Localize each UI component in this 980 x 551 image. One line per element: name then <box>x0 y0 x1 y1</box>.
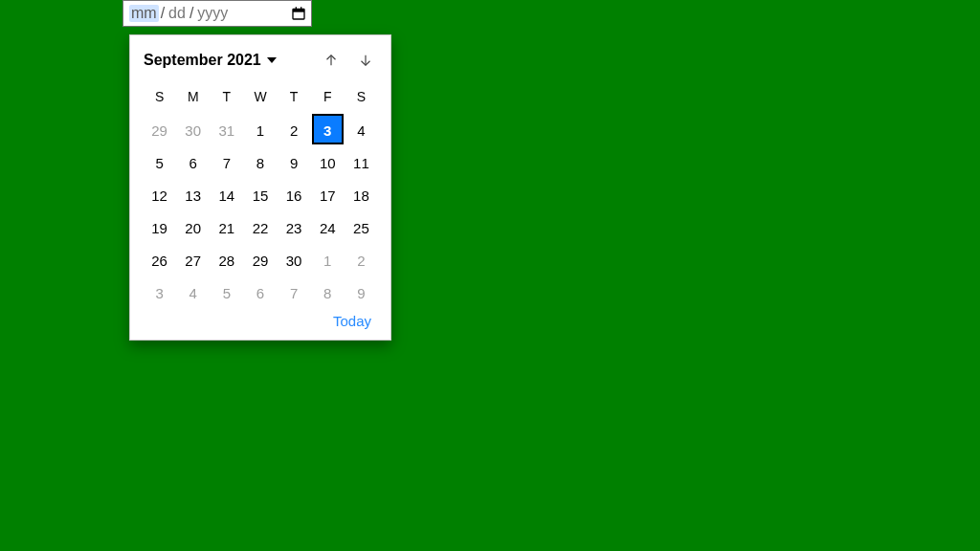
calendar-day[interactable]: 6 <box>177 146 209 177</box>
month-year-selector[interactable]: September 2021 <box>144 52 277 69</box>
calendar-day[interactable]: 27 <box>177 244 209 275</box>
svg-rect-1 <box>293 9 304 11</box>
calendar-day[interactable]: 31 <box>211 114 242 144</box>
calendar-day[interactable]: 20 <box>177 211 209 242</box>
calendar-day[interactable]: 29 <box>244 244 276 275</box>
calendar-day[interactable]: 7 <box>278 276 310 307</box>
calendar-day[interactable]: 11 <box>345 146 377 177</box>
date-input-segments: mm / dd / yyyy <box>129 5 230 22</box>
calendar-day[interactable]: 30 <box>177 114 209 144</box>
calendar-day[interactable]: 8 <box>244 146 276 177</box>
date-input[interactable]: mm / dd / yyyy <box>122 0 312 27</box>
weekday-header: T <box>211 83 242 112</box>
calendar-day[interactable]: 9 <box>278 146 310 177</box>
calendar-day[interactable]: 19 <box>144 211 175 242</box>
calendar-day[interactable]: 23 <box>278 211 310 242</box>
calendar-icon[interactable] <box>290 5 307 22</box>
calendar-day[interactable]: 17 <box>312 179 344 209</box>
calendar-day[interactable]: 4 <box>345 114 377 144</box>
calendar-day[interactable]: 3 <box>144 276 175 307</box>
weekday-header: S <box>144 83 175 112</box>
next-month-button[interactable] <box>354 49 377 72</box>
calendar-day[interactable]: 29 <box>144 114 175 144</box>
calendar-grid: SMTWTFS293031123456789101112131415161718… <box>144 83 377 307</box>
calendar-day[interactable]: 9 <box>345 276 377 307</box>
calendar-day[interactable]: 26 <box>144 244 175 275</box>
calendar-day[interactable]: 24 <box>312 211 344 242</box>
date-picker-footer: Today <box>144 313 377 330</box>
chevron-down-icon <box>267 57 277 63</box>
today-link[interactable]: Today <box>333 313 371 329</box>
arrow-down-icon <box>357 52 374 69</box>
calendar-day[interactable]: 16 <box>278 179 310 209</box>
calendar-day[interactable]: 15 <box>244 179 276 209</box>
calendar-day[interactable]: 4 <box>177 276 209 307</box>
calendar-day[interactable]: 13 <box>177 179 209 209</box>
calendar-day[interactable]: 14 <box>211 179 242 209</box>
calendar-day[interactable]: 8 <box>312 276 344 307</box>
month-nav <box>320 49 377 72</box>
weekday-header: F <box>312 83 344 112</box>
calendar-day[interactable]: 1 <box>312 244 344 275</box>
arrow-up-icon <box>323 52 340 69</box>
weekday-header: M <box>177 83 209 112</box>
calendar-day[interactable]: 18 <box>345 179 377 209</box>
prev-month-button[interactable] <box>320 49 343 72</box>
month-year-label: September 2021 <box>144 52 261 69</box>
calendar-day[interactable]: 5 <box>144 146 175 177</box>
date-input-year-segment[interactable]: yyyy <box>195 5 230 22</box>
weekday-header: S <box>345 83 377 112</box>
date-separator: / <box>159 5 167 22</box>
date-input-day-segment[interactable]: dd <box>167 5 188 22</box>
calendar-day[interactable]: 2 <box>345 244 377 275</box>
calendar-day[interactable]: 22 <box>244 211 276 242</box>
calendar-day[interactable]: 25 <box>345 211 377 242</box>
calendar-day[interactable]: 2 <box>278 114 310 144</box>
date-picker-popup: September 2021 SMTWTFS293031123456789101… <box>129 34 391 341</box>
weekday-header: W <box>244 83 276 112</box>
calendar-day[interactable]: 10 <box>312 146 344 177</box>
calendar-day[interactable]: 3 <box>312 114 344 144</box>
calendar-day[interactable]: 30 <box>278 244 310 275</box>
calendar-day[interactable]: 21 <box>211 211 242 242</box>
weekday-header: T <box>278 83 310 112</box>
calendar-day[interactable]: 1 <box>244 114 276 144</box>
calendar-day[interactable]: 12 <box>144 179 175 209</box>
calendar-day[interactable]: 6 <box>244 276 276 307</box>
date-separator: / <box>188 5 195 22</box>
calendar-day[interactable]: 5 <box>211 276 242 307</box>
calendar-day[interactable]: 28 <box>211 244 242 275</box>
date-picker-header: September 2021 <box>144 49 377 72</box>
date-input-month-segment[interactable]: mm <box>129 5 159 22</box>
calendar-day[interactable]: 7 <box>211 146 242 177</box>
